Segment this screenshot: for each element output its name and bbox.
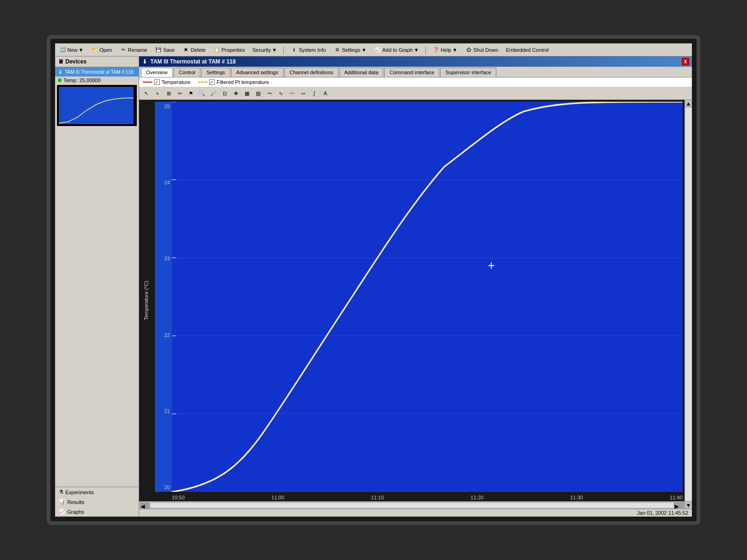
filtered-line-indicator: [198, 82, 207, 83]
tab-channel-definitions[interactable]: Channel definitions: [284, 68, 338, 77]
fit-tool[interactable]: ⊡: [219, 88, 230, 98]
window-icon: 🌡: [142, 58, 148, 65]
tab-settings[interactable]: Settings: [201, 68, 230, 77]
zoom-out-tool[interactable]: 🔎: [208, 88, 218, 98]
sidebar-nav: ⚗ Experiments 📊 Results 📈 Graphs: [55, 487, 139, 517]
shutdown-button[interactable]: ⏻ Shut Down: [463, 46, 500, 54]
monitor: 🆕 New ▼ 📂 Open ✏ Rename 💾 Save ✖ Delete: [47, 35, 700, 525]
zoom-in-tool[interactable]: 🔍: [197, 88, 207, 98]
properties-icon: 📋: [213, 46, 220, 54]
sidebar: 🖥 Devices 🌡 TAM III Thermostat at TAM # …: [55, 56, 139, 517]
add-to-graph-button[interactable]: 📈 Add to Graph ▼: [372, 46, 421, 54]
scroll-up-btn[interactable]: ▲: [685, 100, 692, 107]
window-title: TAM III Thermostat at TAM # 118: [150, 58, 236, 65]
scroll-track-v: [685, 107, 692, 501]
wave-tool[interactable]: 〜: [264, 88, 275, 98]
tab-control[interactable]: Control: [174, 68, 200, 77]
label-tool[interactable]: A: [320, 88, 331, 98]
tab-supervisor-interface[interactable]: Supervisor interface: [440, 68, 496, 77]
bar-chart2-tool[interactable]: ▧: [253, 88, 263, 98]
device-item[interactable]: 🌡 TAM III Thermostat at TAM # 118: [55, 67, 139, 77]
content-area: 🌡 TAM III Thermostat at TAM # 118 X Over…: [139, 56, 692, 517]
delete-icon: ✖: [182, 46, 190, 54]
scissors-tool[interactable]: ✂: [175, 88, 185, 98]
tab-command-interface[interactable]: Command interface: [384, 68, 439, 77]
close-button[interactable]: X: [682, 58, 689, 65]
tab-overview[interactable]: Overview: [141, 68, 173, 77]
rename-button[interactable]: ✏ Rename: [118, 46, 149, 54]
wave2-tool[interactable]: 〰: [287, 88, 297, 98]
datetime-display: Jan 01, 2002 11:45:52: [637, 510, 688, 516]
scroll-track: [150, 503, 673, 508]
main-toolbar: 🆕 New ▼ 📂 Open ✏ Rename 💾 Save ✖ Delete: [55, 43, 692, 56]
scroll-right-btn[interactable]: ▶: [674, 503, 684, 508]
legend-temperature: ✓ Temperature: [143, 79, 190, 85]
delete-button[interactable]: ✖ Delete: [180, 46, 207, 54]
help-button[interactable]: ❓ Help ▼: [430, 46, 459, 54]
device-icon: 🌡: [58, 69, 63, 75]
graphs-icon: 📈: [59, 509, 65, 515]
sidebar-nav-graphs[interactable]: 📈 Graphs: [55, 507, 139, 517]
results-icon: 📊: [59, 499, 65, 505]
help-icon: ❓: [432, 46, 440, 54]
sidebar-nav-results[interactable]: 📊 Results: [55, 497, 139, 507]
save-icon: 💾: [155, 46, 162, 54]
pan-tool[interactable]: ✥: [231, 88, 241, 98]
open-button[interactable]: 📂 Open: [89, 46, 114, 54]
graph-toolbar: ↖ + ⊞ ✂ ⚑ 🔍 🔎 ⊡ ✥ ▦ ▧ 〜 ∿ 〰 ∾ ∫ A: [139, 87, 692, 100]
vertical-scrollbar[interactable]: ▲ ▼: [684, 100, 692, 509]
cursor-tool[interactable]: ↖: [141, 88, 151, 98]
horizontal-scrollbar[interactable]: ◀ ▶: [139, 501, 684, 509]
window-titlebar: 🌡 TAM III Thermostat at TAM # 118 X: [139, 56, 692, 67]
thumbnail-area: [57, 85, 137, 126]
experiments-icon: ⚗: [59, 489, 63, 495]
tab-additional-data[interactable]: Additional data: [339, 68, 384, 77]
devices-header: 🖥 Devices: [55, 56, 139, 67]
device-temp-row: Temp: 25.00000: [55, 77, 139, 84]
scroll-down-btn[interactable]: ▼: [685, 501, 692, 509]
temp-line-indicator: [143, 82, 152, 83]
devices-icon: 🖥: [58, 58, 63, 65]
legend-bar: ✓ Temperature ✓ Filtered Pt temperature: [139, 77, 692, 87]
tabs-bar: Overview Control Settings Advanced setti…: [139, 67, 692, 77]
graph-icon: 📈: [374, 46, 381, 54]
chart-plot[interactable]: 25 24 23 22 21 20: [155, 102, 683, 492]
bar-chart-tool[interactable]: ▦: [242, 88, 252, 98]
scroll-left-btn[interactable]: ◀: [140, 503, 149, 508]
temp-status-dot: [58, 78, 62, 82]
status-bar: Jan 01, 2002 11:45:52: [139, 509, 692, 517]
settings-button[interactable]: ⚙ Settings ▼: [331, 46, 368, 54]
properties-button[interactable]: 📋 Properties: [211, 46, 247, 54]
info-icon: ℹ: [290, 46, 298, 54]
flag-tool[interactable]: ⚑: [186, 88, 196, 98]
add-tool[interactable]: +: [152, 88, 162, 98]
svg-rect-1: [172, 102, 683, 492]
separator-2: [425, 46, 426, 54]
graph-wrapper: Temperature (°C) 25 24 23 22 2: [139, 100, 684, 509]
smooth-tool[interactable]: ∿: [275, 88, 286, 98]
integrate-tool[interactable]: ∫: [309, 88, 319, 98]
chart-area: Temperature (°C) 25 24 23 22 2: [139, 100, 684, 501]
thumbnail-chart: [59, 87, 134, 124]
grid-tool[interactable]: ⊞: [163, 88, 174, 98]
chart-inner: 25 24 23 22 21 20: [153, 100, 684, 501]
open-icon: 📂: [91, 46, 99, 54]
svg-rect-0: [59, 87, 134, 124]
new-icon: 🆕: [59, 46, 66, 54]
screen: 🆕 New ▼ 📂 Open ✏ Rename 💾 Save ✖ Delete: [55, 43, 692, 517]
settings-icon: ⚙: [333, 46, 341, 54]
temp-checkbox[interactable]: ✓: [154, 79, 160, 85]
embedded-control-button[interactable]: Embedded Control: [504, 47, 550, 53]
tab-advanced-settings[interactable]: Advanced settings: [231, 68, 283, 77]
y-axis-label: Temperature (°C): [139, 100, 153, 501]
system-info-button[interactable]: ℹ System Info: [289, 46, 328, 54]
new-button[interactable]: 🆕 New ▼: [57, 46, 85, 54]
wave3-tool[interactable]: ∾: [298, 88, 308, 98]
security-button[interactable]: Security ▼: [250, 47, 279, 53]
x-axis-labels: 10:50 11:00 11:10 11:20 11:30 11:40: [170, 494, 684, 501]
graph-container: Temperature (°C) 25 24 23 22 2: [139, 100, 692, 509]
legend-filtered-pt: ✓ Filtered Pt temperature: [198, 79, 269, 85]
sidebar-nav-experiments[interactable]: ⚗ Experiments: [55, 487, 139, 497]
save-button[interactable]: 💾 Save: [153, 46, 176, 54]
filtered-checkbox[interactable]: ✓: [209, 79, 215, 85]
